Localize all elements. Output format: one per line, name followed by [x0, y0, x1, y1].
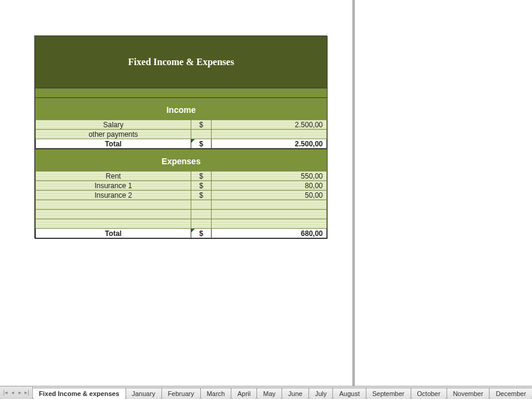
expense-row[interactable] [36, 200, 327, 210]
tab-january[interactable]: January [126, 388, 162, 399]
tab-march[interactable]: March [200, 388, 232, 399]
expenses-rows: Rent $ 550,00 Insurance 1 $ 80,00 Insura… [35, 171, 327, 238]
cell-label: Total [36, 139, 191, 149]
cell-label[interactable] [36, 219, 191, 229]
cell-currency: $ [191, 139, 212, 149]
nav-last-icon[interactable]: ▸| [24, 389, 30, 395]
tab-december[interactable]: December [489, 388, 532, 399]
cell-currency[interactable] [191, 219, 212, 229]
cell-currency[interactable]: $ [191, 171, 212, 181]
sheet-nav-buttons: |◂ ◂ ▸ ▸| [0, 386, 33, 399]
cell-currency[interactable]: $ [191, 120, 212, 130]
cell-label: Total [36, 229, 191, 238]
expense-row[interactable] [36, 210, 327, 219]
cell-value[interactable]: 50,00 [212, 191, 327, 200]
cell-currency[interactable] [191, 210, 212, 219]
expense-row[interactable]: Rent $ 550,00 [36, 171, 327, 181]
cell-value: 680,00 [212, 229, 327, 238]
tab-february[interactable]: February [161, 388, 201, 399]
cell-value[interactable] [212, 219, 327, 229]
tab-july[interactable]: July [308, 388, 334, 399]
cell-label[interactable]: other payments [36, 130, 191, 139]
budget-table: Fixed Income & Expenses Income Salary $ … [35, 36, 328, 239]
cell-value[interactable] [212, 210, 327, 219]
cell-value[interactable] [212, 130, 327, 139]
cell-currency: $ [191, 229, 212, 238]
sheet-tabs: Fixed Income & expenses January February… [33, 386, 532, 399]
cell-label[interactable]: Insurance 1 [36, 181, 191, 191]
nav-prev-icon[interactable]: ◂ [10, 389, 16, 395]
cell-label[interactable]: Insurance 2 [36, 191, 191, 200]
income-row[interactable]: Salary $ 2.500,00 [36, 120, 327, 130]
cell-value[interactable]: 550,00 [212, 171, 327, 181]
tab-june[interactable]: June [282, 388, 309, 399]
tab-august[interactable]: August [332, 388, 366, 399]
expense-row[interactable]: Insurance 1 $ 80,00 [36, 181, 327, 191]
sheet-tab-bar: |◂ ◂ ▸ ▸| Fixed Income & expenses Januar… [0, 386, 532, 399]
sheet-page: Fixed Income & Expenses Income Salary $ … [0, 0, 353, 386]
tab-april[interactable]: April [231, 388, 257, 399]
income-header: Income [35, 97, 327, 119]
income-spacer [35, 88, 327, 97]
cell-label[interactable] [36, 210, 191, 219]
cell-currency[interactable] [191, 200, 212, 210]
title-band: Fixed Income & Expenses [35, 36, 327, 88]
expense-row[interactable]: Insurance 2 $ 50,00 [36, 191, 327, 200]
cell-value[interactable]: 2.500,00 [212, 120, 327, 130]
expense-row[interactable] [36, 219, 327, 229]
tab-november[interactable]: November [447, 388, 490, 399]
income-row[interactable]: other payments [36, 130, 327, 139]
nav-first-icon[interactable]: |◂ [2, 389, 8, 395]
cell-value: 2.500,00 [212, 139, 327, 149]
nav-next-icon[interactable]: ▸ [17, 389, 23, 395]
cell-value[interactable] [212, 200, 327, 210]
cell-label[interactable]: Rent [36, 171, 191, 181]
tab-may[interactable]: May [256, 388, 282, 399]
cell-currency[interactable] [191, 130, 212, 139]
expenses-total-row: Total $ 680,00 [36, 229, 327, 238]
cell-currency[interactable]: $ [191, 181, 212, 191]
cell-label[interactable] [36, 200, 191, 210]
income-total-row: Total $ 2.500,00 [36, 139, 327, 149]
tab-october[interactable]: October [411, 388, 447, 399]
cell-value[interactable]: 80,00 [212, 181, 327, 191]
tab-fixed-income-expenses[interactable]: Fixed Income & expenses [33, 388, 126, 399]
cell-label[interactable]: Salary [36, 120, 191, 130]
income-rows: Salary $ 2.500,00 other payments Total $… [35, 119, 327, 149]
cell-currency[interactable]: $ [191, 191, 212, 200]
expenses-header: Expenses [35, 149, 327, 171]
tab-september[interactable]: September [366, 388, 411, 399]
page-separator [353, 0, 354, 386]
spreadsheet-workspace: Fixed Income & Expenses Income Salary $ … [0, 0, 532, 399]
